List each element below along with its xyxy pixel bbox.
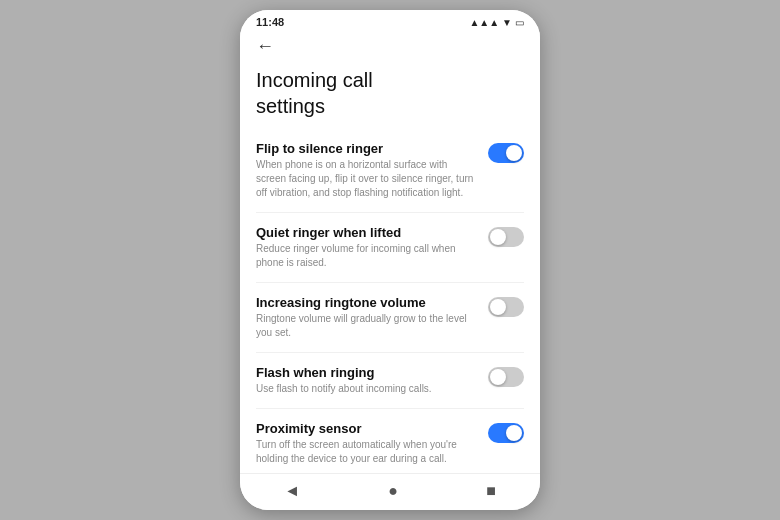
nav-home-button[interactable]: ●	[388, 482, 398, 500]
setting-item-proximity-sensor: Proximity sensor Turn off the screen aut…	[256, 409, 524, 473]
setting-desc-quiet-ringer: Reduce ringer volume for incoming call w…	[256, 242, 478, 270]
status-time: 11:48	[256, 16, 284, 28]
toggle-quiet-ringer[interactable]	[488, 227, 524, 247]
toggle-flip-to-silence[interactable]	[488, 143, 524, 163]
status-bar: 11:48 ▲▲▲ ▼ ▭	[240, 10, 540, 32]
setting-desc-proximity-sensor: Turn off the screen automatically when y…	[256, 438, 478, 466]
setting-title-quiet-ringer: Quiet ringer when lifted	[256, 225, 478, 240]
page-title: Incoming callsettings	[240, 63, 540, 129]
nav-bar: ◄ ● ■	[240, 473, 540, 510]
toggle-increasing-ringtone[interactable]	[488, 297, 524, 317]
nav-recents-button[interactable]: ■	[486, 482, 496, 500]
battery-icon: ▭	[515, 17, 524, 28]
setting-title-flash-ringing: Flash when ringing	[256, 365, 478, 380]
setting-item-flip-to-silence: Flip to silence ringer When phone is on …	[256, 129, 524, 213]
settings-list: Flip to silence ringer When phone is on …	[240, 129, 540, 473]
setting-title-proximity-sensor: Proximity sensor	[256, 421, 478, 436]
setting-item-increasing-ringtone: Increasing ringtone volume Ringtone volu…	[256, 283, 524, 353]
setting-item-quiet-ringer: Quiet ringer when lifted Reduce ringer v…	[256, 213, 524, 283]
nav-back-button[interactable]: ◄	[284, 482, 300, 500]
phone-frame: 11:48 ▲▲▲ ▼ ▭ ← Incoming callsettings Fl…	[240, 10, 540, 510]
status-icons: ▲▲▲ ▼ ▭	[469, 17, 524, 28]
signal-icon: ▲▲▲	[469, 17, 499, 28]
toggle-knob	[506, 425, 522, 441]
toggle-proximity-sensor[interactable]	[488, 423, 524, 443]
toggle-knob	[490, 229, 506, 245]
setting-desc-flash-ringing: Use flash to notify about incoming calls…	[256, 382, 478, 396]
toggle-knob	[506, 145, 522, 161]
top-bar: ←	[240, 32, 540, 63]
toggle-flash-ringing[interactable]	[488, 367, 524, 387]
setting-title-increasing-ringtone: Increasing ringtone volume	[256, 295, 478, 310]
setting-title-flip-to-silence: Flip to silence ringer	[256, 141, 478, 156]
setting-desc-increasing-ringtone: Ringtone volume will gradually grow to t…	[256, 312, 478, 340]
wifi-icon: ▼	[502, 17, 512, 28]
back-button[interactable]: ←	[256, 36, 274, 56]
toggle-knob	[490, 299, 506, 315]
toggle-knob	[490, 369, 506, 385]
setting-desc-flip-to-silence: When phone is on a horizontal surface wi…	[256, 158, 478, 200]
setting-item-flash-ringing: Flash when ringing Use flash to notify a…	[256, 353, 524, 409]
